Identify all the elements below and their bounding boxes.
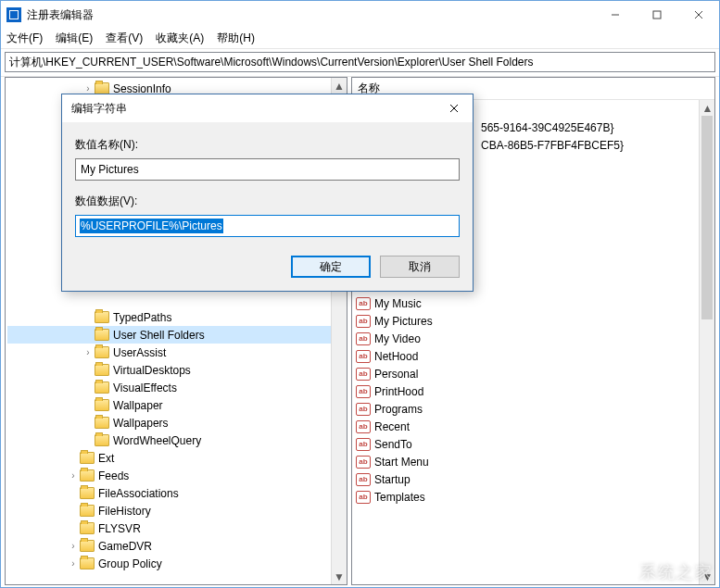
list-item[interactable]: abMy Video: [356, 330, 714, 347]
folder-icon: [95, 311, 109, 323]
tree-item[interactable]: User Shell Folders: [7, 326, 347, 344]
menubar: 文件(F) 编辑(E) 查看(V) 收藏夹(A) 帮助(H): [1, 29, 719, 49]
folder-icon: [95, 346, 109, 358]
list-item-label: Start Menu: [374, 456, 429, 469]
tree-item-label: Group Policy: [98, 557, 162, 570]
tree-item-label: FLYSVR: [98, 522, 141, 535]
reg-string-icon: ab: [356, 368, 371, 381]
folder-icon: [80, 487, 95, 499]
expand-icon[interactable]: ›: [67, 558, 80, 569]
menu-file[interactable]: 文件(F): [6, 31, 43, 46]
tree-item[interactable]: Wallpaper: [7, 396, 347, 414]
window-buttons: [594, 1, 719, 29]
edit-string-dialog: 编辑字符串 数值名称(N): My Pictures 数值数据(V): %USE…: [61, 94, 474, 292]
list-item-label: CBA-86B5-F7FBF4FBCEF5}: [481, 139, 624, 152]
tree-item[interactable]: FileAssociations: [7, 484, 347, 502]
tree-item-label: Ext: [98, 452, 114, 465]
tree-item[interactable]: TypedPaths: [7, 308, 347, 326]
menu-view[interactable]: 查看(V): [106, 31, 143, 46]
tree-item[interactable]: VisualEffects: [7, 379, 347, 396]
maximize-button[interactable]: [636, 1, 677, 29]
menu-help[interactable]: 帮助(H): [217, 31, 255, 46]
list-item-label: Programs: [374, 403, 423, 416]
scroll-up-icon[interactable]: ▲: [332, 78, 347, 94]
folder-icon: [95, 434, 109, 446]
list-item[interactable]: abTemplates: [356, 488, 714, 506]
tree-item-label: Wallpaper: [113, 399, 163, 412]
reg-string-icon: ab: [356, 491, 371, 504]
reg-string-icon: ab: [356, 385, 371, 398]
tree-item[interactable]: ›UserAssist: [7, 344, 347, 361]
reg-string-icon: ab: [356, 473, 371, 486]
list-item[interactable]: abPersonal: [356, 365, 714, 382]
tree-item[interactable]: Ext: [7, 449, 347, 467]
value-name-input[interactable]: My Pictures: [75, 158, 460, 181]
tree-item-label: FileHistory: [98, 505, 151, 518]
list-item[interactable]: abPrograms: [356, 400, 714, 418]
tree-item[interactable]: VirtualDesktops: [7, 361, 347, 379]
value-data-text: %USERPROFILE%\Pictures: [80, 219, 223, 233]
menu-edit[interactable]: 编辑(E): [56, 31, 93, 46]
list-item[interactable]: abRecent: [356, 418, 714, 435]
value-name-label: 数值名称(N):: [75, 137, 460, 153]
list-item-label: My Music: [374, 297, 422, 310]
scroll-down-icon[interactable]: ▼: [700, 569, 715, 584]
list-item[interactable]: abNetHood: [356, 347, 714, 365]
list-scrollbar[interactable]: ▲ ▼: [699, 100, 714, 584]
scroll-down-icon[interactable]: ▼: [332, 569, 347, 584]
tree-item[interactable]: WordWheelQuery: [7, 432, 347, 449]
tree-item-label: TypedPaths: [113, 311, 171, 324]
tree-item-label: VisualEffects: [113, 382, 177, 394]
expand-icon[interactable]: ›: [82, 347, 95, 357]
list-item[interactable]: abSendTo: [356, 435, 714, 453]
menu-fav[interactable]: 收藏夹(A): [156, 31, 204, 46]
app-icon: [6, 7, 21, 22]
titlebar: 注册表编辑器: [1, 1, 719, 29]
tree-item[interactable]: FileHistory: [7, 502, 347, 519]
reg-string-icon: ab: [356, 297, 371, 310]
tree-item-label: Feeds: [98, 469, 129, 482]
tree-item[interactable]: ›Feeds: [7, 467, 347, 484]
tree-item[interactable]: ›GameDVR: [7, 537, 347, 555]
minimize-button[interactable]: [594, 1, 636, 29]
folder-icon: [80, 469, 95, 482]
scroll-thumb[interactable]: [701, 116, 713, 319]
tree-item[interactable]: ›Group Policy: [7, 555, 347, 572]
list-item-label: Personal: [374, 368, 418, 381]
reg-string-icon: ab: [356, 403, 371, 416]
tree-item-label: Wallpapers: [113, 417, 169, 430]
expand-icon[interactable]: ›: [67, 470, 80, 481]
list-item-label: Recent: [374, 420, 410, 433]
folder-icon: [80, 540, 95, 552]
list-item[interactable]: abMy Pictures: [356, 312, 714, 330]
folder-icon: [95, 364, 109, 376]
tree-item-label: WordWheelQuery: [113, 434, 201, 447]
folder-icon: [80, 522, 95, 534]
list-item[interactable]: abStart Menu: [356, 453, 714, 470]
reg-string-icon: ab: [356, 456, 371, 469]
folder-icon: [80, 557, 95, 569]
list-item-label: Startup: [374, 473, 411, 486]
expand-icon[interactable]: ›: [67, 541, 80, 551]
reg-string-icon: ab: [356, 420, 371, 433]
reg-string-icon: ab: [356, 315, 371, 328]
dialog-title: 编辑字符串: [71, 101, 127, 117]
list-item-label: My Pictures: [374, 315, 433, 328]
address-bar[interactable]: 计算机\HKEY_CURRENT_USER\Software\Microsoft…: [5, 52, 715, 72]
list-item[interactable]: abStartup: [356, 470, 714, 488]
dialog-close-button[interactable]: [436, 94, 473, 122]
expand-icon[interactable]: ›: [82, 83, 95, 94]
tree-item[interactable]: Wallpapers: [7, 414, 347, 432]
tree-item-label: UserAssist: [113, 346, 166, 359]
folder-icon: [95, 399, 109, 411]
ok-button[interactable]: 确定: [291, 256, 371, 278]
list-item[interactable]: abPrintHood: [356, 382, 714, 400]
reg-string-icon: ab: [356, 350, 371, 363]
scroll-up-icon[interactable]: ▲: [700, 100, 715, 116]
tree-item[interactable]: FLYSVR: [7, 519, 347, 537]
close-button[interactable]: [677, 1, 719, 29]
cancel-button[interactable]: 取消: [380, 256, 460, 278]
list-item[interactable]: abMy Music: [356, 294, 714, 312]
value-data-input[interactable]: %USERPROFILE%\Pictures: [75, 215, 460, 237]
folder-icon: [95, 382, 109, 394]
